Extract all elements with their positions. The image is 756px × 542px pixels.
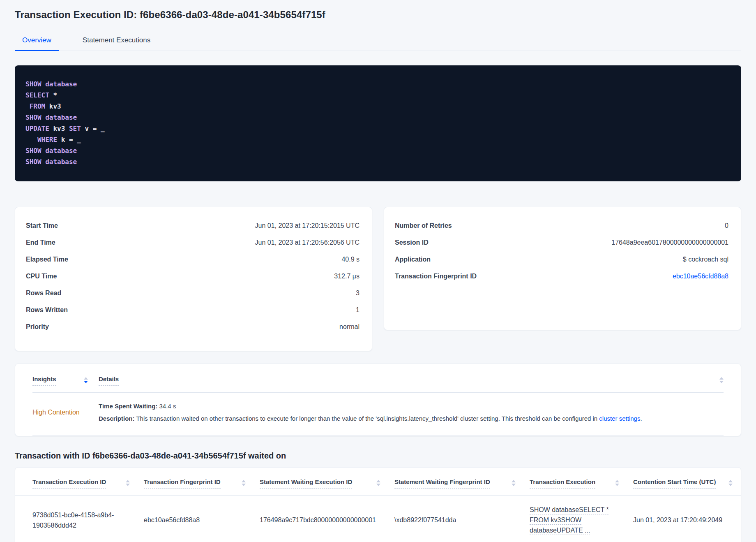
summary-label: Priority	[26, 323, 49, 331]
summary-label: Number of Retries	[395, 222, 452, 229]
summary-row: Rows Written1	[26, 306, 360, 323]
sql-line: SHOW database	[25, 156, 729, 167]
summary-value: 1	[356, 306, 360, 314]
sort-icon[interactable]	[719, 377, 724, 383]
sql-line: UPDATE kv3 SET v = _	[25, 123, 729, 134]
summary-label: Session ID	[395, 239, 429, 246]
summary-label: Transaction Fingerprint ID	[395, 273, 477, 280]
summary-label: Application	[395, 256, 431, 263]
transaction-details-page: Transaction Execution ID: f6be6366-da03-…	[0, 0, 756, 542]
sort-icon[interactable]	[126, 480, 130, 486]
waited-table-body: 9738d051-bc0e-4158-a9b4-1903586ddd42ebc1…	[15, 496, 741, 542]
transaction-execution-id-cell: 9738d051-bc0e-4158-a9b4-1903586ddd42	[32, 510, 144, 530]
summary-value: $ cockroach sql	[683, 256, 728, 263]
sort-desc-icon[interactable]	[84, 377, 88, 383]
execution-summary-card: Start TimeJun 01, 2023 at 17:20:15:2015 …	[15, 207, 372, 351]
summary-value: 17648a9eea6017800000000000000001	[611, 239, 728, 246]
summary-value: 40.9 s	[341, 256, 360, 263]
sql-line: SELECT *	[25, 90, 729, 101]
sql-line: SHOW database	[25, 112, 729, 123]
tab-statement-executions[interactable]: Statement Executions	[75, 32, 158, 51]
column-header[interactable]: Transaction Execution ID	[32, 468, 144, 495]
column-header-label: Statement Waiting Execution ID	[260, 478, 352, 489]
cluster-settings-link[interactable]: cluster settings	[599, 415, 640, 422]
statement-waiting-fingerprint-id-cell: \xdb8922f077541dda	[394, 515, 530, 525]
summary-row: Prioritynormal	[26, 323, 360, 340]
summary-row: CPU Time312.7 µs	[26, 273, 360, 290]
time-spent-waiting-value: 34.4 s	[159, 403, 176, 410]
time-spent-waiting-label: Time Spent Waiting:	[99, 403, 157, 410]
summary-label: Elapsed Time	[26, 256, 68, 263]
summary-row: Application$ cockroach sql	[395, 256, 728, 273]
summary-row: Start TimeJun 01, 2023 at 17:20:15:2015 …	[26, 222, 360, 239]
transaction-execution-link[interactable]: SHOW databaseSELECT * FROM kv3SHOW datab…	[530, 505, 616, 535]
column-header-label: Statement Waiting Fingerprint ID	[394, 478, 490, 489]
waited-table-row: 9738d051-bc0e-4158-a9b4-1903586ddd42ebc1…	[15, 496, 741, 542]
transaction-fingerprint-link[interactable]: ebc10ae56cfd88a8	[673, 273, 728, 280]
insight-details: Time Spent Waiting: 34.4 s Description: …	[99, 400, 724, 425]
transaction-fingerprint-id-cell: ebc10ae56cfd88a8	[144, 515, 260, 525]
column-header[interactable]: Statement Waiting Execution ID	[260, 468, 394, 495]
summary-value: 0	[725, 222, 728, 229]
column-header[interactable]: Contention Start Time (UTC)	[633, 468, 733, 495]
sort-icon[interactable]	[376, 480, 380, 486]
summary-row: Rows Read3	[26, 290, 360, 306]
sql-line: SHOW database	[25, 145, 729, 156]
summary-cards-row: Start TimeJun 01, 2023 at 17:20:15:2015 …	[15, 207, 741, 351]
summary-label: Rows Written	[26, 306, 68, 314]
sort-icon[interactable]	[728, 480, 733, 486]
column-header-label: Transaction Fingerprint ID	[144, 478, 221, 489]
insights-column-header[interactable]: Insights	[32, 375, 56, 386]
insights-table-header: Insights Details	[32, 364, 724, 393]
summary-value: Jun 01, 2023 at 17:20:15:2015 UTC	[255, 222, 360, 229]
session-summary-card: Number of Retries0Session ID17648a9eea60…	[384, 207, 741, 330]
summary-label: End Time	[26, 239, 55, 246]
summary-row: Number of Retries0	[395, 222, 728, 239]
summary-value: normal	[339, 323, 360, 331]
sort-icon[interactable]	[242, 480, 246, 486]
summary-value: 3	[356, 290, 360, 297]
column-header[interactable]: Transaction Execution	[530, 468, 633, 495]
column-header[interactable]: Transaction Fingerprint ID	[144, 468, 260, 495]
summary-value: 312.7 µs	[334, 273, 360, 280]
description-text: This transaction waited on other transac…	[136, 415, 599, 422]
waited-table-header-row: Transaction Execution IDTransaction Fing…	[15, 468, 741, 496]
waited-on-heading: Transaction with ID f6be6366-da03-48de-a…	[15, 451, 741, 461]
column-header-label: Contention Start Time (UTC)	[633, 478, 716, 489]
sql-line: WHERE k = _	[25, 134, 729, 145]
column-header[interactable]: Statement Waiting Fingerprint ID	[394, 468, 530, 495]
column-header-label: Transaction Execution	[530, 478, 595, 489]
tab-bar: OverviewStatement Executions	[15, 32, 741, 51]
summary-row: End TimeJun 01, 2023 at 17:20:56:2056 UT…	[26, 239, 360, 256]
description-period: .	[640, 415, 642, 422]
summary-label: Start Time	[26, 222, 58, 229]
statement-waiting-execution-id-cell: 176498a9c717bdc80000000000000001	[260, 515, 394, 525]
insights-column: Insights	[32, 375, 99, 392]
tab-overview[interactable]: Overview	[15, 32, 59, 51]
sql-statements-box: SHOW databaseSELECT * FROM kv3SHOW datab…	[15, 65, 741, 181]
description-line: Description: This transaction waited on …	[99, 412, 724, 425]
sql-line: FROM kv3	[25, 101, 729, 112]
sql-line: SHOW database	[25, 79, 729, 90]
summary-row: Elapsed Time40.9 s	[26, 256, 360, 273]
sort-icon[interactable]	[615, 480, 619, 486]
sort-icon[interactable]	[512, 480, 516, 486]
waited-on-table-card: Transaction Execution IDTransaction Fing…	[15, 467, 741, 542]
transaction-execution-cell[interactable]: SHOW databaseSELECT * FROM kv3SHOW datab…	[530, 505, 633, 535]
page-title: Transaction Execution ID: f6be6366-da03-…	[15, 9, 741, 21]
insight-row: High Contention Time Spent Waiting: 34.4…	[32, 393, 724, 436]
summary-label: Rows Read	[26, 290, 61, 297]
summary-label: CPU Time	[26, 273, 57, 280]
time-spent-waiting-line: Time Spent Waiting: 34.4 s	[99, 400, 724, 412]
details-column-header[interactable]: Details	[99, 375, 119, 386]
contention-start-time-cell: Jun 01, 2023 at 17:20:49:2049	[633, 515, 733, 525]
summary-row: Transaction Fingerprint IDebc10ae56cfd88…	[395, 273, 728, 290]
insight-type-label: High Contention	[32, 409, 99, 416]
summary-row: Session ID17648a9eea60178000000000000000…	[395, 239, 728, 256]
insights-card: Insights Details High Contention Time Sp…	[15, 364, 741, 436]
column-header-label: Transaction Execution ID	[32, 478, 106, 489]
description-label: Description:	[99, 415, 135, 422]
summary-value: Jun 01, 2023 at 17:20:56:2056 UTC	[255, 239, 360, 246]
